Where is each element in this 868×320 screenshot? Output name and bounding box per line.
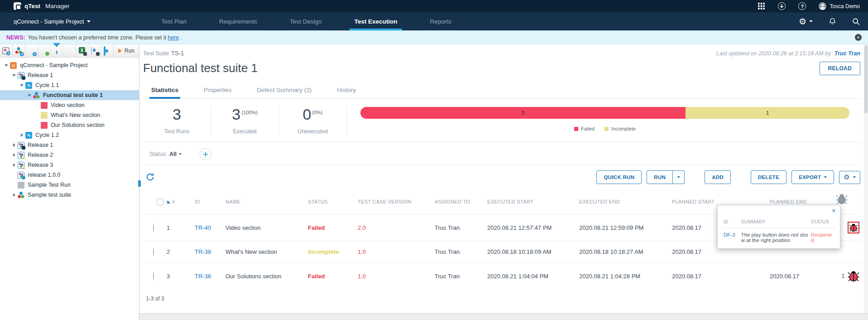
tree-node-sample-test-run[interactable]: Sample Test Run xyxy=(0,180,139,190)
tree-node-release-1[interactable]: Release 1 xyxy=(0,70,139,80)
col-header-name[interactable]: NAME xyxy=(222,189,304,214)
popup-col-id: ID xyxy=(722,217,740,228)
tree-expand-icon[interactable] xyxy=(11,143,17,147)
nav-tab-reports[interactable]: Reports xyxy=(426,12,456,30)
tree-node-functional-test-suite-1[interactable]: Functional test suite 1 xyxy=(0,90,139,100)
col-header-executed-end[interactable]: EXECUTED END xyxy=(575,189,668,214)
delete-button[interactable]: DELETE xyxy=(751,170,786,184)
run-button[interactable]: RUN xyxy=(647,170,673,184)
status-filter-dropdown[interactable]: All xyxy=(169,151,182,157)
tab-properties[interactable]: Properties xyxy=(202,82,234,98)
tree-expand-icon[interactable] xyxy=(19,133,24,137)
test-run-link[interactable]: TR-40 xyxy=(195,224,211,231)
tree-node-our-solutions-section[interactable]: Our Solutions section xyxy=(0,120,139,130)
nav-tab-test-plan[interactable]: Test Plan xyxy=(157,12,191,30)
select-all-checkbox[interactable] xyxy=(157,199,163,205)
report-button[interactable] xyxy=(88,44,101,57)
tab-defect-summary[interactable]: Defect Summary (2) xyxy=(255,82,314,98)
last-updated-user-link[interactable]: Truc Tran xyxy=(834,50,860,57)
status-stacked-bar-chart: 2 1 Failed Incomplete xyxy=(360,106,849,131)
col-header-executed-start[interactable]: EXECUTED START xyxy=(484,189,575,214)
tab-history[interactable]: History xyxy=(335,82,358,98)
run-dropdown-button[interactable] xyxy=(673,170,685,184)
tree-collapse-icon[interactable] xyxy=(19,84,24,87)
run-tree-button[interactable]: Run xyxy=(114,44,139,57)
tree-node-video-section[interactable]: Video section xyxy=(0,100,139,110)
news-here-link[interactable]: here xyxy=(168,34,179,41)
col-header-id[interactable]: ID xyxy=(191,189,222,214)
test-case-version[interactable]: 1.0 xyxy=(358,273,366,280)
popup-close-icon[interactable] xyxy=(832,208,836,214)
data-query-button[interactable] xyxy=(63,44,76,57)
reload-button[interactable]: RELOAD xyxy=(820,62,860,75)
defect-link[interactable]: DF-3 xyxy=(724,232,735,238)
tree-collapse-icon[interactable] xyxy=(4,64,9,67)
help-icon[interactable] xyxy=(798,2,806,10)
export-button[interactable]: EXPORT xyxy=(791,170,834,184)
defect-bug-icon-selected[interactable] xyxy=(848,222,859,233)
tree-collapse-icon[interactable] xyxy=(11,74,17,77)
tree-node-release-1-0-0[interactable]: release 1.0.0 xyxy=(0,170,139,180)
row-checkbox[interactable] xyxy=(153,224,154,232)
sort-ascending-icon[interactable] xyxy=(167,201,170,204)
col-header-num[interactable]: # xyxy=(172,199,175,204)
test-case-version[interactable]: 1.0 xyxy=(358,248,366,255)
add-test-suite-button[interactable] xyxy=(13,44,25,57)
nav-tab-test-design[interactable]: Test Design xyxy=(285,12,326,30)
filter-button[interactable] xyxy=(51,44,63,57)
user-menu[interactable]: Tosca Demo xyxy=(819,2,860,10)
col-header-status[interactable]: STATUS xyxy=(304,189,354,214)
settings-gear-menu[interactable] xyxy=(799,17,813,26)
statistics-panel: 3 Test Runs 3(100%) Executed 0(0%) Unexe… xyxy=(143,99,860,142)
chart-legend: Failed Incomplete xyxy=(360,126,849,131)
tree-node-release-1b[interactable]: Release 1 xyxy=(0,140,139,150)
tree-expand-icon[interactable] xyxy=(11,163,17,167)
tree-node-whats-new-section[interactable]: What's New section xyxy=(0,110,139,120)
tree-node-release-2[interactable]: Release 2 xyxy=(0,150,139,160)
vertical-scrollbar-track[interactable] xyxy=(864,44,868,313)
panel-splitter-handle[interactable] xyxy=(138,180,141,187)
test-run-link[interactable]: TR-38 xyxy=(195,248,211,255)
col-header-assigned-to[interactable]: ASSIGNED TO xyxy=(431,189,484,214)
defect-bug-icon[interactable] xyxy=(848,270,859,282)
project-selector[interactable]: qConnect - Sample Project xyxy=(14,12,91,30)
excel-export-button[interactable] xyxy=(76,44,88,57)
chevron-down-icon xyxy=(824,176,827,178)
add-button[interactable]: ADD xyxy=(705,170,731,184)
bar-segment-incomplete[interactable]: 1 xyxy=(686,107,849,119)
tab-statistics[interactable]: Statistics xyxy=(149,82,180,98)
recycle-bin-button[interactable] xyxy=(38,44,51,57)
new-object-button[interactable] xyxy=(0,44,13,57)
toggle-view-button[interactable] xyxy=(101,44,114,57)
tree-expand-icon[interactable] xyxy=(11,153,17,157)
tree-node-cycle-1-2[interactable]: Cycle 1.2 xyxy=(0,130,139,140)
search-icon[interactable] xyxy=(852,17,860,25)
row-checkbox[interactable] xyxy=(153,272,154,280)
refresh-icon[interactable] xyxy=(146,173,155,182)
add-item-button[interactable] xyxy=(25,44,38,57)
col-header-test-case-version[interactable]: TEST CASE VERSION xyxy=(354,189,431,214)
nav-tab-requirements[interactable]: Requirements xyxy=(215,12,262,30)
tree-node-project[interactable]: qConnect - Sample Project xyxy=(0,60,139,70)
test-run-link[interactable]: TR-36 xyxy=(195,273,211,280)
executed-start: 2020.08.21 1:04:04 PM xyxy=(484,263,575,290)
tree-node-release-3[interactable]: Release 3 xyxy=(0,160,139,170)
quick-run-button[interactable]: QUICK RUN xyxy=(596,170,642,184)
tree-expand-icon[interactable] xyxy=(11,193,17,197)
apps-grid-icon[interactable] xyxy=(757,2,765,10)
grid-settings-button[interactable] xyxy=(839,171,860,184)
news-close-icon[interactable] xyxy=(855,34,862,41)
nav-tab-test-execution[interactable]: Test Execution xyxy=(350,12,402,30)
detail-tabs: Statistics Properties Defect Summary (2)… xyxy=(143,82,860,99)
row-checkbox[interactable] xyxy=(153,248,154,256)
tree-node-sample-test-suite[interactable]: Sample test suite xyxy=(0,190,139,200)
vertical-scrollbar-thumb[interactable] xyxy=(864,45,868,113)
test-case-version[interactable]: 2.0 xyxy=(358,224,366,231)
notifications-bell-icon[interactable] xyxy=(828,17,836,25)
add-status-filter-button[interactable] xyxy=(200,148,211,160)
bar-segment-failed[interactable]: 2 xyxy=(360,107,686,119)
horizontal-scrollbar-track[interactable] xyxy=(139,313,868,320)
tree-collapse-icon[interactable] xyxy=(27,94,32,97)
tree-node-cycle-1-1[interactable]: Cycle 1.1 xyxy=(0,80,139,90)
download-icon[interactable] xyxy=(778,2,786,10)
